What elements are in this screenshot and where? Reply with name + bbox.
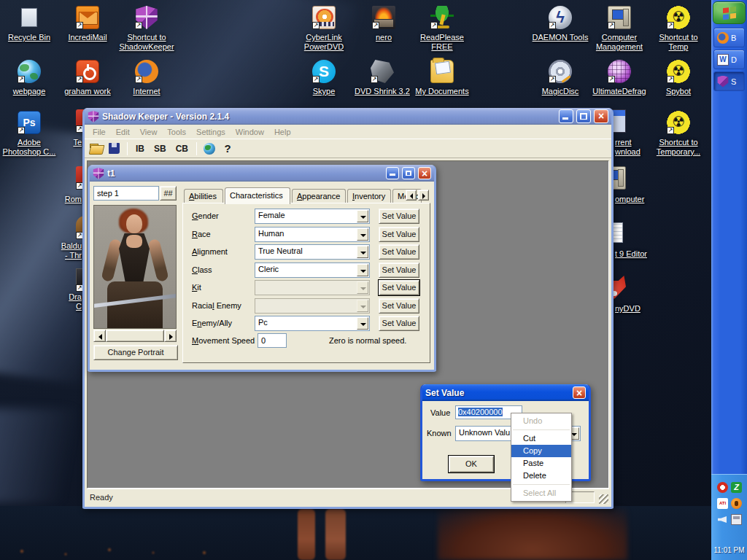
- taskbar-button-d[interactable]: D: [713, 50, 745, 69]
- taskbar-button-s[interactable]: S: [713, 71, 745, 91]
- desktop-icon[interactable]: MagicDisc: [532, 60, 589, 96]
- menu-item-view[interactable]: View: [135, 126, 163, 138]
- start-button[interactable]: [713, 1, 746, 24]
- toolbar-button-cb[interactable]: CB: [172, 142, 192, 155]
- tab-abilities[interactable]: Abilities: [184, 189, 223, 203]
- menu-item-edit[interactable]: Edit: [111, 126, 135, 138]
- class-dropdown[interactable]: Cleric: [255, 262, 370, 278]
- help-icon[interactable]: [220, 141, 236, 156]
- toolbar-button-sb[interactable]: SB: [150, 142, 170, 155]
- set-value-button[interactable]: Set Value: [379, 316, 419, 331]
- change-portrait-button[interactable]: Change Portrait: [93, 345, 178, 360]
- set-value-button[interactable]: Set Value: [379, 244, 419, 260]
- globe-icon[interactable]: [201, 141, 217, 156]
- context-menu-item-delete[interactable]: Delete: [511, 470, 571, 482]
- maximize-button[interactable]: [576, 109, 591, 123]
- context-menu-item-copy[interactable]: Copy: [511, 445, 571, 457]
- desktop-icon[interactable]: Spybot: [650, 60, 707, 96]
- desktop-icon[interactable]: Adobe Photoshop C...: [1, 111, 58, 157]
- desktop-icon[interactable]: CyberLink PowerDVD: [295, 6, 352, 52]
- tab-inventory[interactable]: Inventory: [347, 189, 391, 203]
- dropdown-arrow-icon[interactable]: [357, 264, 368, 276]
- field-row-race: RaceHumanSet Value: [183, 227, 430, 243]
- t1-title-bar[interactable]: t1: [90, 165, 434, 182]
- set-value-button[interactable]: Set Value: [379, 280, 419, 295]
- dropdown-arrow-icon[interactable]: [357, 246, 368, 258]
- desktop-icon[interactable]: Recycle Bin: [1, 6, 58, 42]
- desktop-icon[interactable]: IncrediMail: [59, 6, 116, 42]
- t1-minimize-button[interactable]: [386, 167, 399, 179]
- desktop-icon[interactable]: DAEMON Tools: [532, 6, 589, 42]
- tab-scroll-left-icon[interactable]: [406, 190, 417, 201]
- power-icon: [76, 60, 99, 83]
- firefox-icon: [135, 60, 158, 83]
- gender-dropdown[interactable]: Female: [255, 209, 370, 224]
- save-icon[interactable]: [107, 141, 123, 156]
- desktop-icon[interactable]: Shortcut to Temporary...: [650, 111, 707, 157]
- desktop-icon[interactable]: My Documents: [414, 60, 471, 96]
- menu-item-help[interactable]: Help: [269, 126, 296, 138]
- close-button[interactable]: [594, 109, 608, 123]
- title-bar[interactable]: Shadow Keeper - Version 2.1.4: [85, 108, 611, 125]
- desktop-icon[interactable]: DVD Shrink 3.2: [354, 60, 411, 96]
- portrait-scrollbar[interactable]: [93, 330, 177, 342]
- desktop-icon[interactable]: Shortcut to ShadowKeeper: [118, 6, 175, 52]
- tab-characteristics[interactable]: Characteristics: [225, 187, 290, 204]
- character-name-input[interactable]: step 1: [93, 186, 159, 201]
- resize-grip[interactable]: [599, 494, 608, 504]
- menu-item-settings[interactable]: Settings: [191, 126, 231, 138]
- radioactive-icon: [667, 60, 690, 83]
- daemon-tray-icon[interactable]: [717, 482, 728, 493]
- menu-item-file[interactable]: File: [88, 126, 111, 138]
- dialog-title-bar[interactable]: Set Value: [422, 384, 589, 401]
- desktop-icon-label: Adobe Photoshop C...: [1, 138, 58, 157]
- scroll-right-arrow-icon[interactable]: [164, 330, 177, 342]
- context-menu-item-cut[interactable]: Cut: [511, 432, 571, 445]
- set-value-button[interactable]: Set Value: [379, 262, 419, 278]
- desktop-icon[interactable]: Computer Management: [591, 6, 648, 52]
- defrag-icon: [608, 60, 631, 83]
- enemy-ally-dropdown[interactable]: Pc: [255, 316, 370, 331]
- desktop-icon[interactable]: nero: [355, 6, 412, 42]
- t1-maximize-button[interactable]: [402, 167, 415, 179]
- hash-button[interactable]: ##: [160, 186, 177, 201]
- context-menu-item-paste[interactable]: Paste: [511, 457, 571, 470]
- scroll-left-arrow-icon[interactable]: [93, 330, 106, 342]
- tab-scroll-right-icon[interactable]: [418, 190, 429, 201]
- dropdown-arrow-icon[interactable]: [357, 210, 368, 222]
- printer-tray-icon[interactable]: [731, 514, 742, 525]
- scrollbar-thumb[interactable]: [106, 330, 164, 342]
- ok-button[interactable]: OK: [449, 456, 494, 472]
- tab-appearance[interactable]: Appearance: [292, 189, 346, 203]
- menu-item-window[interactable]: Window: [231, 126, 269, 138]
- ati-tray-icon[interactable]: [717, 498, 728, 509]
- desktop-icon[interactable]: ReadPlease FREE: [414, 6, 471, 52]
- open-folder-icon[interactable]: [88, 141, 104, 156]
- desktop-icon[interactable]: Skype: [295, 60, 352, 96]
- set-value-button[interactable]: Set Value: [379, 298, 419, 314]
- volume-tray-icon[interactable]: [717, 514, 728, 525]
- minimize-button[interactable]: [559, 109, 573, 123]
- dropdown-arrow-icon[interactable]: [357, 317, 368, 330]
- race-dropdown[interactable]: Human: [255, 227, 370, 242]
- alignment-dropdown[interactable]: True Neutral: [255, 244, 370, 260]
- desktop-icon-label: CyberLink PowerDVD: [295, 33, 352, 52]
- t1-close-button[interactable]: [418, 167, 431, 179]
- desktop-icon[interactable]: Shortcut to Temp: [650, 6, 707, 52]
- desktop-icon-label: Shortcut to ShadowKeeper: [118, 33, 175, 52]
- desktop-icon[interactable]: graham work: [59, 60, 116, 96]
- taskbar-button-b[interactable]: B: [713, 28, 745, 47]
- desktop-icon[interactable]: Internet: [118, 60, 175, 96]
- lock-tray-icon[interactable]: [731, 498, 742, 509]
- dialog-close-button[interactable]: [573, 386, 586, 399]
- shield-icon: [135, 6, 158, 29]
- desktop-icon[interactable]: webpage: [1, 60, 58, 96]
- toolbar-button-ib[interactable]: IB: [132, 142, 148, 155]
- set-value-button[interactable]: Set Value: [379, 227, 419, 242]
- set-value-button[interactable]: Set Value: [379, 209, 419, 224]
- netzero-tray-icon[interactable]: [731, 482, 742, 493]
- dropdown-arrow-icon[interactable]: [357, 228, 368, 241]
- desktop-icon[interactable]: UltimateDefrag: [591, 60, 648, 96]
- movement-speed-input[interactable]: 0: [258, 333, 287, 348]
- menu-item-tools[interactable]: Tools: [162, 126, 191, 138]
